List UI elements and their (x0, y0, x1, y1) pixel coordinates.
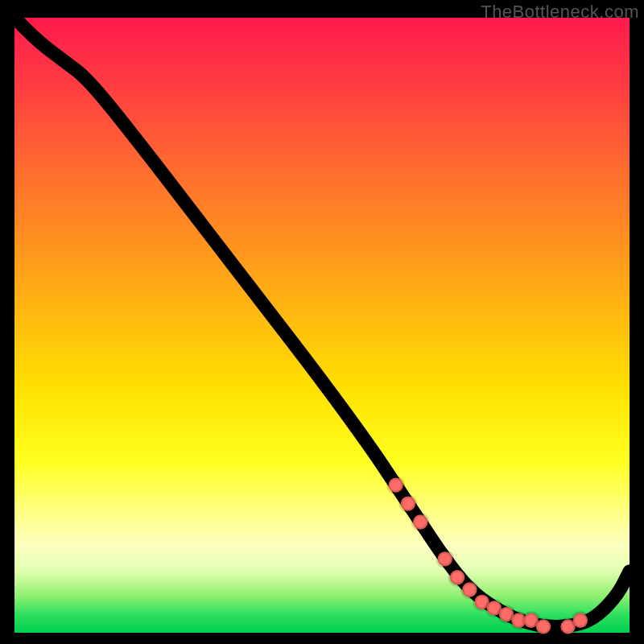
chart-frame: TheBottleneck.com (0, 0, 644, 644)
curve-marker (401, 496, 415, 510)
curve-marker (536, 619, 551, 634)
curve-marker (462, 582, 477, 597)
watermark-text: TheBottleneck.com (481, 2, 639, 23)
curve-marker (413, 514, 427, 529)
plot-area (14, 18, 630, 633)
curve-marker (438, 551, 452, 566)
curve-marker (573, 613, 588, 628)
curve-marker (450, 570, 464, 584)
curve-marker (389, 477, 403, 492)
bottleneck-curve (14, 18, 630, 626)
marker-group (389, 477, 588, 634)
curve-svg (14, 18, 630, 633)
